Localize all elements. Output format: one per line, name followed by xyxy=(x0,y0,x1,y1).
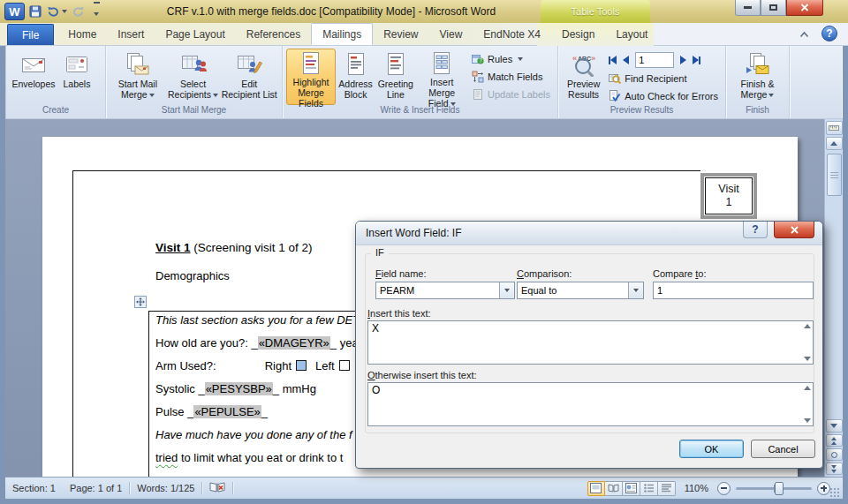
tab-file[interactable]: File xyxy=(7,24,54,45)
select-browse-object-button[interactable] xyxy=(826,448,843,461)
insert-merge-field-button[interactable]: Insert MergeField xyxy=(415,49,468,105)
comparison-combobox[interactable]: Equal to xyxy=(517,282,644,299)
envelopes-button[interactable]: Envelopes xyxy=(10,49,57,105)
scrollbar-track[interactable] xyxy=(826,150,843,417)
textarea-scroll-up-icon[interactable] xyxy=(804,386,811,390)
match-fields-button[interactable]: Match Fields xyxy=(468,68,554,86)
dropdown-arrow-icon xyxy=(633,289,639,292)
word-logo-icon[interactable]: W xyxy=(4,3,25,20)
checkbox-left[interactable] xyxy=(339,360,350,371)
record-number-input[interactable] xyxy=(635,52,674,68)
comparison-dropdown-button[interactable] xyxy=(628,282,643,298)
cancel-button[interactable]: Cancel xyxy=(751,440,815,458)
next-record-button[interactable] xyxy=(680,56,686,64)
address-block-button[interactable]: AddressBlock xyxy=(336,49,375,105)
print-layout-icon xyxy=(590,483,602,493)
zoom-slider-handle[interactable] xyxy=(775,482,784,495)
button-label: Update Labels xyxy=(488,89,550,100)
group-label-write-insert: Write & Insert Fields xyxy=(283,105,557,118)
tab-home[interactable]: Home xyxy=(57,24,107,45)
greeting-line-button[interactable]: GreetingLine xyxy=(375,49,415,105)
field-name-dropdown-button[interactable] xyxy=(499,282,514,298)
undo-dropdown-icon[interactable] xyxy=(62,10,67,13)
rules-button[interactable]: ? Rules xyxy=(468,50,554,68)
first-record-button[interactable] xyxy=(609,56,617,64)
redo-button[interactable] xyxy=(70,4,86,19)
merge-field: «PESYSBP» xyxy=(205,382,273,395)
zoom-level[interactable]: 110% xyxy=(676,483,717,493)
scroll-down-button[interactable] xyxy=(826,419,843,433)
previous-page-button[interactable] xyxy=(826,434,843,447)
tab-layout[interactable]: Layout xyxy=(605,24,658,45)
start-mail-merge-button[interactable]: Start MailMerge xyxy=(110,49,166,105)
tab-mailings[interactable]: Mailings xyxy=(311,23,373,45)
dialog-help-button[interactable]: ? xyxy=(743,222,768,238)
zoom-in-button[interactable] xyxy=(817,482,830,495)
auto-check-errors-button[interactable]: Auto Check for Errors xyxy=(605,87,722,105)
proofing-status-button[interactable] xyxy=(202,481,232,495)
tab-endnote[interactable]: EndNote X4 xyxy=(473,24,551,45)
insert-text-area[interactable]: X xyxy=(367,320,814,365)
otherwise-text-label: Otherwise insert this text: xyxy=(367,370,477,380)
otherwise-text-area-wrap: O xyxy=(367,382,814,426)
tab-design[interactable]: Design xyxy=(551,24,605,45)
checkbox-right[interactable] xyxy=(296,360,307,371)
vertical-scrollbar[interactable] xyxy=(824,119,843,477)
zoom-slider-track[interactable] xyxy=(736,487,812,490)
close-button[interactable] xyxy=(786,0,823,16)
outline-icon xyxy=(643,483,655,493)
ok-button[interactable]: OK xyxy=(679,440,744,458)
textarea-scroll-down-icon[interactable] xyxy=(804,357,811,361)
previous-record-button[interactable] xyxy=(623,56,629,64)
print-layout-view-button[interactable] xyxy=(587,481,605,496)
resize-grip[interactable] xyxy=(837,488,839,497)
visit-cell[interactable]: Visit1 xyxy=(700,173,757,219)
find-recipient-button[interactable]: Find Recipient xyxy=(605,70,722,87)
scrollbar-thumb[interactable] xyxy=(827,154,842,196)
otherwise-text-area[interactable]: O xyxy=(367,382,814,426)
web-layout-view-button[interactable] xyxy=(623,481,640,496)
maximize-button[interactable] xyxy=(761,0,786,16)
highlight-merge-fields-button[interactable]: HighlightMerge Fields xyxy=(286,49,336,105)
update-labels-icon xyxy=(472,88,484,101)
insert-text-label: Insert this text: xyxy=(367,308,431,319)
update-labels-button: Update Labels xyxy=(468,86,554,103)
status-words[interactable]: Words: 1/125 xyxy=(130,483,201,493)
tab-page-layout[interactable]: Page Layout xyxy=(155,24,235,45)
dialog-close-button[interactable] xyxy=(774,222,814,238)
proofing-error-icon xyxy=(209,481,225,493)
save-button[interactable] xyxy=(27,4,43,19)
textarea-scroll-down-icon[interactable] xyxy=(804,418,811,423)
minimize-button[interactable] xyxy=(735,0,761,16)
tab-insert[interactable]: Insert xyxy=(107,24,155,45)
undo-button[interactable] xyxy=(46,4,67,19)
tab-view[interactable]: View xyxy=(429,24,473,45)
table-move-handle-icon[interactable] xyxy=(134,296,147,308)
full-screen-reading-view-button[interactable] xyxy=(605,481,623,496)
status-page[interactable]: Page: 1 of 1 xyxy=(63,483,129,493)
select-recipients-button[interactable]: SelectRecipients xyxy=(166,49,221,105)
ruler-toggle-button[interactable] xyxy=(826,121,843,135)
help-button[interactable]: ? xyxy=(822,26,837,41)
textarea-scroll-up-icon[interactable] xyxy=(804,324,811,328)
group-preview-results: «ABC» PreviewResults Find Recipient xyxy=(558,46,726,118)
outline-view-button[interactable] xyxy=(640,481,658,496)
labels-button[interactable]: Labels xyxy=(57,49,96,105)
tab-review[interactable]: Review xyxy=(373,24,428,45)
compare-to-input[interactable] xyxy=(653,282,814,299)
qat-customize-button[interactable] xyxy=(88,4,104,19)
finish-merge-button[interactable]: Finish &Merge xyxy=(732,49,784,105)
status-section[interactable]: Section: 1 xyxy=(5,483,63,493)
minimize-ribbon-button[interactable] xyxy=(797,28,811,41)
tab-references[interactable]: References xyxy=(236,24,311,45)
next-page-button[interactable] xyxy=(826,463,843,475)
group-write-insert-fields: HighlightMerge Fields AddressBlock Greet… xyxy=(283,46,558,118)
zoom-out-button[interactable] xyxy=(717,482,731,495)
last-record-button[interactable] xyxy=(693,56,700,64)
preview-results-button[interactable]: «ABC» PreviewResults xyxy=(562,49,605,105)
edit-recipient-list-button[interactable]: EditRecipient List xyxy=(220,49,278,105)
draft-view-button[interactable] xyxy=(658,481,676,496)
field-name-combobox[interactable]: PEARM xyxy=(375,282,515,299)
auto-check-errors-icon xyxy=(609,90,621,102)
scroll-up-button[interactable] xyxy=(826,137,843,150)
